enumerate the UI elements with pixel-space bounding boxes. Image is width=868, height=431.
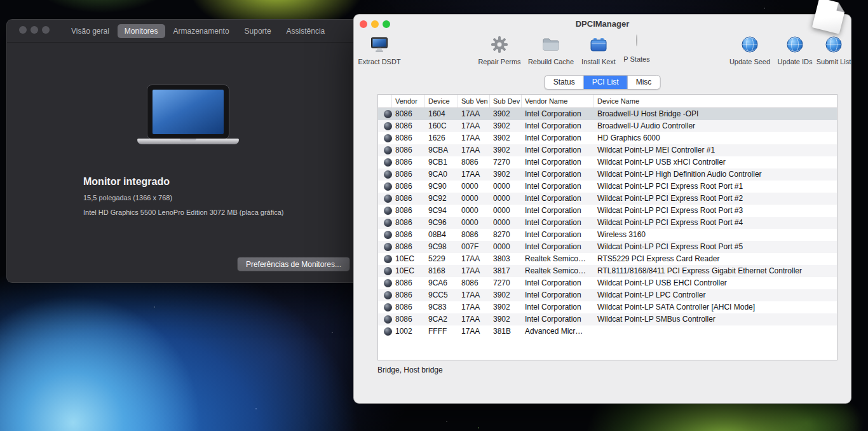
table-row[interactable]: 8086 9C83 17AA 3902 Intel Corporation Wi… bbox=[378, 301, 837, 313]
window-title: DPCIManager bbox=[354, 19, 851, 29]
table-row[interactable]: 10EC 8168 17AA 3817 Realtek Semico… RTL8… bbox=[378, 265, 837, 277]
tab-misc[interactable]: Misc bbox=[628, 76, 660, 89]
table-row[interactable]: 8086 1604 17AA 3902 Intel Corporation Br… bbox=[378, 108, 837, 120]
view-segmented-control: Status PCI List Misc bbox=[545, 75, 661, 90]
table-row[interactable]: 8086 9C90 0000 0000 Intel Corporation Wi… bbox=[378, 181, 837, 193]
dpci-titlebar: DPCIManager bbox=[354, 15, 851, 32]
device-name-cell: Broadwell-U Host Bridge -OPI bbox=[594, 108, 837, 120]
table-row[interactable]: 8086 1626 17AA 3902 Intel Corporation HD… bbox=[378, 132, 837, 144]
sub-ven-cell: 17AA bbox=[458, 313, 490, 325]
tab-pci-list[interactable]: PCI List bbox=[584, 76, 628, 89]
vendor-name-cell: Intel Corporation bbox=[522, 229, 594, 241]
table-row[interactable]: 8086 9C98 007F 0000 Intel Corporation Wi… bbox=[378, 241, 837, 253]
macbook-display-wallpaper bbox=[153, 90, 224, 134]
pci-device-icon bbox=[384, 110, 392, 118]
device-name-cell: Wildcat Point-LP PCI Express Root Port #… bbox=[594, 217, 837, 229]
header-sub-dev[interactable]: Sub Dev bbox=[490, 95, 522, 107]
sub-dev-cell: 3902 bbox=[490, 120, 522, 132]
table-row[interactable]: 8086 9C96 0000 0000 Intel Corporation Wi… bbox=[378, 217, 837, 229]
device-cell: 9C92 bbox=[425, 193, 458, 205]
close-button[interactable] bbox=[19, 26, 27, 34]
display-preferences-button[interactable]: Preferências de Monitores... bbox=[237, 257, 350, 271]
sub-dev-cell: 3902 bbox=[490, 132, 522, 144]
vendor-name-cell: Intel Corporation bbox=[522, 217, 594, 229]
sub-ven-cell: 8086 bbox=[458, 277, 490, 289]
table-row[interactable]: 8086 9CB1 8086 7270 Intel Corporation Wi… bbox=[378, 156, 837, 168]
table-row[interactable]: 8086 9CC5 17AA 3902 Intel Corporation Wi… bbox=[378, 289, 837, 301]
tab-visao-geral[interactable]: Visão geral bbox=[64, 24, 116, 38]
vendor-cell: 8086 bbox=[392, 301, 425, 313]
pci-device-icon bbox=[384, 170, 392, 179]
zoom-button[interactable] bbox=[42, 26, 50, 34]
header-device[interactable]: Device bbox=[425, 95, 458, 107]
device-name-cell: RTS5229 PCI Express Card Reader bbox=[594, 253, 837, 265]
sub-dev-cell: 7270 bbox=[490, 277, 522, 289]
device-cell: 160C bbox=[425, 120, 458, 132]
sub-ven-cell: 17AA bbox=[458, 132, 490, 144]
device-name-cell: Wildcat Point-LP USB xHCI Controller bbox=[594, 156, 837, 168]
vendor-cell: 8086 bbox=[392, 120, 425, 132]
table-row[interactable]: 8086 9CA6 8086 7270 Intel Corporation Wi… bbox=[378, 277, 837, 289]
header-icon-column[interactable] bbox=[378, 95, 392, 107]
device-name-cell: Wildcat Point-LP USB EHCI Controller bbox=[594, 277, 837, 289]
sub-ven-cell: 0000 bbox=[458, 205, 490, 217]
tab-monitores[interactable]: Monitores bbox=[118, 24, 165, 38]
table-row[interactable]: 8086 160C 17AA 3902 Intel Corporation Br… bbox=[378, 120, 837, 132]
device-cell: 9C90 bbox=[425, 181, 458, 193]
tab-status[interactable]: Status bbox=[545, 76, 584, 89]
globe-icon bbox=[824, 35, 843, 54]
table-row[interactable]: 10EC 5229 17AA 3803 Realtek Semico… RTS5… bbox=[378, 253, 837, 265]
macbook-base bbox=[137, 139, 239, 144]
vendor-cell: 8086 bbox=[392, 156, 425, 168]
table-row[interactable]: 8086 9C94 0000 0000 Intel Corporation Wi… bbox=[378, 205, 837, 217]
device-cell: 9CC5 bbox=[425, 289, 458, 301]
vendor-cell: 10EC bbox=[392, 253, 425, 265]
header-sub-ven[interactable]: Sub Ven bbox=[458, 95, 490, 107]
sub-dev-cell: 0000 bbox=[490, 205, 522, 217]
sub-dev-cell: 3902 bbox=[490, 313, 522, 325]
toolbar-submit-list[interactable]: Submit List bbox=[799, 35, 868, 65]
displays-tabs: Visão geral Monitores Armazenamento Supo… bbox=[64, 24, 332, 38]
toolbar-extract-dsdt[interactable]: Extract DSDT bbox=[344, 35, 414, 65]
sub-dev-cell: 0000 bbox=[490, 181, 522, 193]
sub-ven-cell: 0000 bbox=[458, 217, 490, 229]
device-cell: 9CB1 bbox=[425, 156, 458, 168]
tab-suporte[interactable]: Suporte bbox=[238, 24, 278, 38]
device-cell: 9CA2 bbox=[425, 313, 458, 325]
table-row[interactable]: 8086 9CA2 17AA 3902 Intel Corporation Wi… bbox=[378, 313, 837, 325]
vendor-name-cell: Intel Corporation bbox=[522, 156, 594, 168]
device-name-cell: Wildcat Point-LP PCI Express Root Port #… bbox=[594, 241, 837, 253]
vendor-cell: 8086 bbox=[392, 144, 425, 156]
pci-device-icon bbox=[384, 231, 392, 239]
device-name-cell bbox=[594, 325, 837, 338]
sub-dev-cell: 0000 bbox=[490, 217, 522, 229]
header-vendor-name[interactable]: Vendor Name bbox=[522, 95, 594, 107]
table-row[interactable]: 8086 9CBA 17AA 3902 Intel Corporation Wi… bbox=[378, 144, 837, 156]
tab-assistencia[interactable]: Assistência bbox=[280, 24, 332, 38]
pci-device-icon bbox=[384, 267, 392, 275]
vendor-cell: 8086 bbox=[392, 132, 425, 144]
header-vendor[interactable]: Vendor bbox=[392, 95, 425, 107]
displays-window: Visão geral Monitores Armazenamento Supo… bbox=[6, 19, 362, 283]
vendor-cell: 8086 bbox=[392, 241, 425, 253]
pci-device-icon bbox=[384, 146, 392, 154]
status-text: Bridge, Host bridge bbox=[377, 366, 443, 374]
vendor-cell: 8086 bbox=[392, 313, 425, 325]
header-device-name[interactable]: Device Name bbox=[594, 95, 837, 107]
table-row[interactable]: 8086 9C92 0000 0000 Intel Corporation Wi… bbox=[378, 193, 837, 205]
toolbar-p-states[interactable]: P States bbox=[602, 35, 672, 63]
sub-dev-cell: 381B bbox=[490, 325, 522, 338]
minimize-button[interactable] bbox=[31, 26, 38, 34]
table-row[interactable]: 8086 08B4 8086 8270 Intel Corporation Wi… bbox=[378, 229, 837, 241]
table-row[interactable]: 8086 9CA0 17AA 3902 Intel Corporation Wi… bbox=[378, 168, 837, 181]
vendor-name-cell: Intel Corporation bbox=[522, 120, 594, 132]
folder-icon bbox=[541, 35, 560, 54]
sub-dev-cell: 3803 bbox=[490, 253, 522, 265]
device-cell: 08B4 bbox=[425, 229, 458, 241]
vendor-name-cell: Intel Corporation bbox=[522, 144, 594, 156]
tab-armazenamento[interactable]: Armazenamento bbox=[166, 24, 236, 38]
device-name-cell: Wildcat Point-LP High Definition Audio C… bbox=[594, 168, 837, 181]
vendor-name-cell: Intel Corporation bbox=[522, 301, 594, 313]
vendor-cell: 8086 bbox=[392, 181, 425, 193]
table-row[interactable]: 1002 FFFF 17AA 381B Advanced Micr… bbox=[378, 325, 837, 338]
